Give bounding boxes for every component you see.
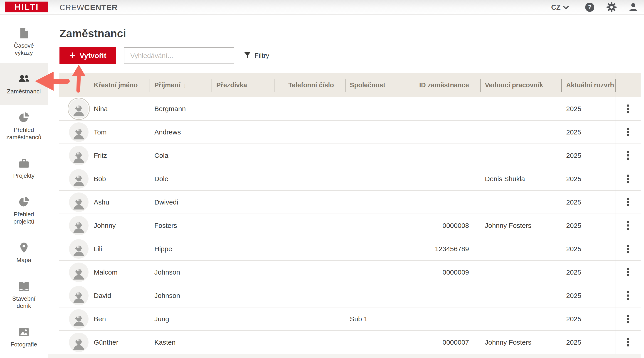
help-icon[interactable]: ? xyxy=(585,2,595,12)
cell-last-name: Hippe xyxy=(150,245,212,253)
book-icon xyxy=(18,280,30,292)
table-row[interactable]: Bob Dole Denis Shukla 2025 xyxy=(59,167,640,191)
cell-supervisor: Denis Shukla xyxy=(480,175,562,183)
row-menu-button[interactable] xyxy=(625,313,631,325)
gear-icon[interactable] xyxy=(606,2,616,12)
table-header-row: Křestní jméno Příjmení ↓ Přezdívka Telef… xyxy=(59,73,640,97)
language-selector[interactable]: CZ xyxy=(551,3,569,11)
row-menu-button[interactable] xyxy=(625,103,631,115)
row-menu-button[interactable] xyxy=(625,196,631,208)
employees-table: Křestní jméno Příjmení ↓ Přezdívka Telef… xyxy=(59,73,640,354)
cell-last-name: Cola xyxy=(150,152,212,159)
avatar xyxy=(69,245,88,253)
table-row[interactable]: Malcom Johnson 0000009 2025 xyxy=(59,261,640,284)
column-header-phone[interactable]: Telefonní číslo xyxy=(274,73,345,97)
avatar xyxy=(69,198,88,206)
column-header-schedule[interactable]: Aktuální rozvrh xyxy=(562,73,616,97)
cell-last-name: Johnson xyxy=(150,268,212,276)
row-menu-button[interactable] xyxy=(625,173,631,185)
document-icon xyxy=(18,27,30,39)
sidebar-item-label: Přehled projektů xyxy=(6,211,42,225)
table-row[interactable]: Nina Bergmann 2025 xyxy=(59,97,640,121)
table-row[interactable]: Fritz Cola 2025 xyxy=(59,144,640,167)
worker-helmet-icon xyxy=(72,292,86,300)
sidebar-item-label: Přehled zaměstnanců xyxy=(6,127,42,141)
language-code: CZ xyxy=(551,3,560,11)
row-menu-button[interactable] xyxy=(625,126,631,138)
worker-helmet-icon xyxy=(72,152,86,159)
sidebar-item-mapa[interactable]: Mapa xyxy=(0,232,48,274)
filters-button[interactable]: Filtry xyxy=(244,50,269,61)
worker-helmet-icon xyxy=(72,105,86,113)
sort-descending-icon: ↓ xyxy=(183,81,186,89)
next-row-edge xyxy=(48,354,640,358)
avatar xyxy=(69,292,88,300)
worker-helmet-icon xyxy=(72,268,86,276)
table-row[interactable]: Lili Hippe 123456789 2025 xyxy=(59,237,640,261)
hilti-logo[interactable]: HILTI xyxy=(5,1,48,12)
cell-last-name: Dole xyxy=(150,175,212,183)
cell-last-name: Jung xyxy=(150,315,212,323)
sidebar-item-casove-vykazy[interactable]: Časové výkazy xyxy=(0,21,48,63)
briefcase-icon xyxy=(18,157,30,169)
avatar xyxy=(69,152,88,159)
sidebar-item-projekty[interactable]: Projekty xyxy=(0,147,48,189)
table-row[interactable]: Günther Kasten 0000007 Johnny Fosters 20… xyxy=(59,331,640,354)
column-header-actions xyxy=(616,73,640,97)
column-header-employee-id[interactable]: ID zaměstnance xyxy=(406,73,480,97)
sidebar-item-label: Projekty xyxy=(13,172,34,179)
cell-schedule: 2025 xyxy=(562,339,616,346)
column-header-company[interactable]: Společnost xyxy=(345,73,406,97)
sidebar-item-label: Fotografie xyxy=(10,341,37,348)
column-header-last-name[interactable]: Příjmení ↓ xyxy=(150,73,212,97)
sidebar-item-prehled-zamestnancu[interactable]: Přehled zaměstnanců xyxy=(0,105,48,147)
filters-label: Filtry xyxy=(254,52,269,59)
worker-helmet-icon xyxy=(72,198,86,206)
row-menu-button[interactable] xyxy=(625,266,631,278)
table-row[interactable]: Tom Andrews 2025 xyxy=(59,121,640,144)
avatar xyxy=(69,105,88,113)
cell-first-name: Ashu xyxy=(94,198,109,206)
cell-first-name: Bob xyxy=(94,175,106,182)
cell-last-name: Johnson xyxy=(150,292,212,300)
cell-first-name: David xyxy=(94,292,111,299)
create-button-label: Vytvořit xyxy=(80,51,106,60)
search-input[interactable] xyxy=(124,47,234,64)
cell-company: Sub 1 xyxy=(345,315,406,323)
table-row[interactable]: Ashu Dwivedi 2025 xyxy=(59,191,640,214)
row-menu-button[interactable] xyxy=(625,243,631,255)
worker-helmet-icon xyxy=(72,222,86,229)
cell-schedule: 2025 xyxy=(562,198,616,206)
sidebar-item-stavebni-denik[interactable]: Stavební deník xyxy=(0,274,48,316)
sidebar-item-zamestnanci[interactable]: Zaměstnanci xyxy=(0,63,48,105)
column-header-nickname[interactable]: Přezdívka xyxy=(212,73,274,97)
worker-helmet-icon xyxy=(72,315,86,323)
worker-helmet-icon xyxy=(72,339,86,346)
table-row[interactable]: Ben Jung Sub 1 2025 xyxy=(59,307,640,331)
create-button[interactable]: + Vytvořit xyxy=(60,47,116,64)
table-row[interactable]: David Johnson 2025 xyxy=(59,284,640,307)
row-menu-button[interactable] xyxy=(625,290,631,302)
table-row[interactable]: Johnny Fosters 0000008 Johnny Fosters 20… xyxy=(59,214,640,237)
row-menu-button[interactable] xyxy=(625,149,631,162)
pie-chart-icon xyxy=(18,196,30,208)
cell-first-name: Günther xyxy=(94,339,118,346)
column-header-first-name[interactable]: Křestní jméno xyxy=(59,73,150,97)
user-icon[interactable] xyxy=(628,2,638,12)
app-title-bold: CENTER xyxy=(84,3,118,12)
svg-text:?: ? xyxy=(588,4,592,11)
cell-schedule: 2025 xyxy=(562,128,616,136)
app-title: CREWCENTER xyxy=(60,3,118,12)
column-header-supervisor[interactable]: Vedoucí pracovník xyxy=(480,73,562,97)
row-menu-button[interactable] xyxy=(625,336,631,348)
sidebar-item-fotografie[interactable]: Fotografie xyxy=(0,316,48,358)
page-title: Zaměstnanci xyxy=(60,27,126,40)
cell-schedule: 2025 xyxy=(562,292,616,300)
sidebar-item-prehled-projektu[interactable]: Přehled projektů xyxy=(0,189,48,232)
cell-first-name: Nina xyxy=(94,105,108,112)
chevron-down-icon xyxy=(563,6,569,9)
cell-employee-id: 0000007 xyxy=(406,339,480,346)
cell-employee-id: 0000009 xyxy=(406,268,480,276)
row-menu-button[interactable] xyxy=(625,219,631,231)
cell-first-name: Johnny xyxy=(94,222,116,229)
